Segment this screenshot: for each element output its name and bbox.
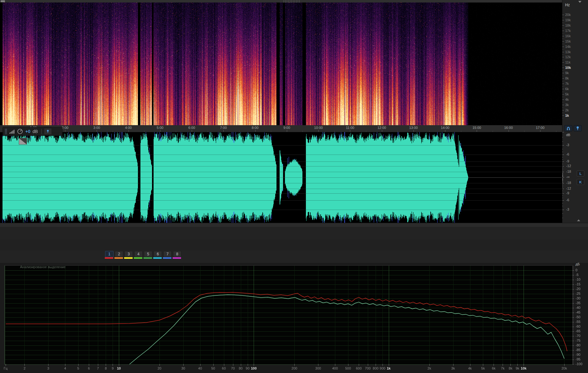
chevron-down-icon[interactable]: [578, 1, 581, 3]
timeline-minor-tick: [113, 131, 113, 132]
x-axis-tick: [429, 364, 430, 366]
x-axis-tick: [65, 364, 65, 366]
y-axis-label: -65: [575, 329, 580, 333]
channel-button-right[interactable]: K: [577, 179, 584, 185]
gain-knob-icon[interactable]: [17, 128, 23, 135]
freq-minor-tick: [562, 28, 563, 28]
y-axis-tick: [572, 294, 574, 294]
freq-minor-tick: [562, 60, 563, 60]
y-axis-label: -25: [575, 292, 580, 295]
timeline-minor-tick: [271, 131, 271, 132]
x-axis-label: 3k: [451, 366, 455, 370]
amplitude-db-label: -9: [566, 191, 569, 195]
y-axis-label: -60: [575, 324, 580, 328]
x-axis-label: 7: [97, 366, 99, 370]
freq-tick-label: 1k: [565, 114, 569, 117]
gain-overlay[interactable]: +0 dB: [3, 127, 63, 136]
hold-frame-button-8[interactable]: 8: [173, 251, 181, 257]
freq-tick-label: 19k: [565, 18, 571, 22]
x-axis-label: 500: [345, 366, 351, 370]
freq-tick-label: 9k: [565, 71, 569, 75]
timeline-minor-tick: [144, 131, 144, 132]
freq-minor-tick: [562, 65, 563, 65]
y-axis-tick: [572, 289, 574, 289]
timeline-major-tick: [350, 130, 350, 132]
amplitude-db-label: -12: [566, 186, 571, 190]
display-mode-corner-widget[interactable]: [19, 138, 27, 145]
timeline-major-tick: [477, 130, 477, 132]
timeline-major-tick: [160, 130, 160, 132]
hold-frame-color-bar: [134, 257, 142, 259]
top-scroll-grip[interactable]: [1, 0, 5, 2]
x-axis-label: 60: [222, 366, 226, 370]
hold-frame-button-7[interactable]: 7: [163, 251, 172, 257]
timeline-minute-label: 9:00: [283, 126, 290, 130]
x-axis-tick: [564, 364, 565, 366]
hold-frame-button-3[interactable]: 3: [124, 251, 133, 257]
frequency-chart[interactable]: [4, 265, 573, 365]
hold-frame-button-1[interactable]: 1: [105, 251, 114, 257]
hold-frame-button-6[interactable]: 6: [154, 251, 162, 257]
gain-value[interactable]: +0: [25, 129, 30, 134]
freq-tick-label: 8k: [565, 76, 569, 80]
timeline-ruler[interactable]: 1:002:003:004:005:006:007:008:009:0010:0…: [0, 125, 562, 132]
y-axis-tick: [572, 270, 574, 271]
scroll-up-icon[interactable]: [577, 219, 580, 221]
y-axis-tick: [572, 355, 574, 355]
timeline-minute-label: 11:00: [346, 126, 354, 130]
timeline-minute-label: 2:00: [62, 126, 68, 130]
x-axis-label: 300: [315, 366, 321, 370]
timeline-minor-tick: [524, 131, 525, 132]
waveform-display[interactable]: [3, 132, 562, 223]
amplitude-db-label: -18: [566, 181, 571, 185]
y-axis-tick: [572, 280, 574, 280]
x-axis-label: 100: [251, 366, 256, 370]
y-axis-label: -55: [575, 320, 580, 324]
timeline-major-tick: [255, 130, 256, 132]
x-axis-label: 800: [373, 366, 378, 370]
timeline-minute-label: 5:00: [157, 126, 163, 130]
hold-frame-color-bar: [153, 257, 162, 259]
timeline-minor-tick: [302, 131, 303, 132]
hold-frame-button-5[interactable]: 5: [144, 251, 152, 257]
timeline-minor-tick: [208, 131, 208, 132]
x-axis-label: 20: [158, 366, 161, 370]
overlay-grip[interactable]: [5, 129, 7, 134]
y-axis-tick: [572, 327, 574, 327]
x-axis-label: 3: [47, 366, 49, 370]
channel-button-left[interactable]: L: [577, 171, 584, 176]
display-left-margin: [0, 3, 3, 223]
x-axis-tick: [383, 364, 383, 366]
marker-pin-button[interactable]: [574, 125, 582, 131]
y-axis-label: -40: [575, 306, 580, 309]
freq-minor-tick: [562, 76, 563, 76]
y-axis-label: -70: [575, 334, 580, 338]
freq-tick-label: 4k: [565, 98, 569, 101]
panel-drag-handle[interactable]: [283, 0, 301, 3]
amplitude-db-label: -3: [566, 207, 569, 211]
timeline-major-tick: [129, 130, 129, 132]
y-axis-label: -100: [575, 362, 582, 366]
timeline-minute-label: 16:00: [504, 126, 513, 130]
hold-frame-button-4[interactable]: 4: [134, 251, 143, 257]
spectrogram-display[interactable]: [3, 3, 562, 125]
snap-toggle-button[interactable]: [564, 125, 572, 131]
timeline-minute-label: 10:00: [314, 126, 323, 130]
x-axis-tick: [98, 364, 98, 366]
x-axis-label: 50: [211, 366, 215, 370]
amplitude-db-label: -12: [566, 164, 571, 168]
timeline-major-tick: [509, 130, 509, 132]
x-axis-tick: [78, 364, 79, 366]
y-axis-tick: [572, 336, 574, 336]
overlay-pin-button[interactable]: [44, 128, 52, 135]
freq-tick-label: 15k: [565, 39, 571, 43]
freq-minor-tick: [562, 118, 563, 118]
freq-tick-label: 20k: [565, 13, 571, 17]
y-axis-label: 0: [575, 268, 577, 272]
x-axis-tick: [183, 364, 184, 366]
hold-frame-button-2[interactable]: 2: [115, 251, 123, 257]
x-axis-label: 90: [246, 366, 250, 370]
freq-tick: [562, 41, 564, 42]
x-axis-label: 700: [365, 366, 371, 370]
transport-bar: 0:00.000: [0, 227, 588, 239]
